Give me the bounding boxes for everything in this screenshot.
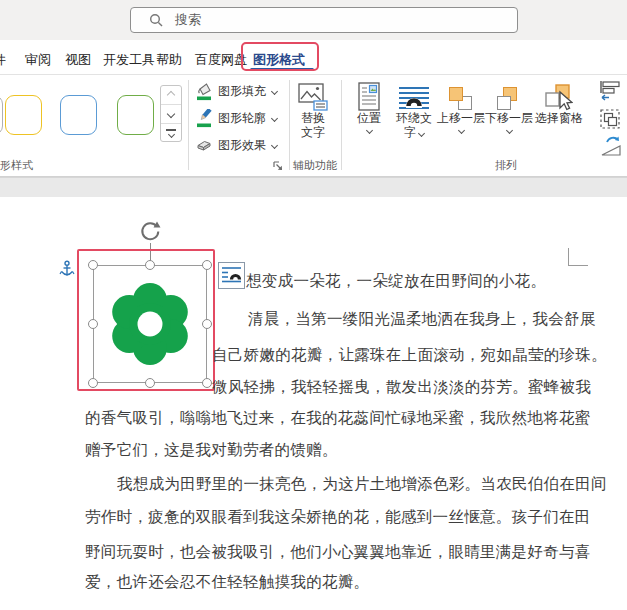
- pencil-icon: [196, 109, 212, 128]
- group-separator: [289, 80, 290, 170]
- search-placeholder: 搜索: [175, 11, 201, 29]
- align-objects-button[interactable]: [599, 80, 627, 102]
- alt-text-label-line2: 文字: [301, 125, 325, 139]
- search-input[interactable]: 搜索: [130, 7, 518, 33]
- shape-style-preview-yellow[interactable]: [5, 95, 42, 135]
- gallery-more-button[interactable]: [161, 123, 181, 142]
- shape-style-preview-blue[interactable]: [60, 95, 97, 135]
- text-line[interactable]: 爱，也许还会忍不住轻轻触摸我的花瓣。: [85, 572, 369, 593]
- chevron-down-icon: [167, 131, 174, 138]
- text-line[interactable]: 的香气吸引，嗡嗡地飞过来，在我的花蕊间忙碌地采蜜，我欣然地将花蜜: [85, 408, 591, 429]
- paint-bucket-icon: [196, 82, 212, 101]
- chevron-down-icon: [271, 141, 278, 148]
- dialog-launcher-icon[interactable]: [272, 160, 284, 172]
- group-separator: [341, 80, 342, 170]
- annotation-box-tab: [241, 42, 319, 71]
- bring-forward-label: 上移一层: [437, 111, 485, 125]
- alt-text-icon: [298, 83, 328, 111]
- position-icon: [358, 82, 380, 111]
- text-line[interactable]: 清晨，当第一缕阳光温柔地洒在我身上，我会舒展: [248, 309, 596, 330]
- shape-fill-label: 图形填充: [218, 83, 266, 100]
- text-line[interactable]: 想变成一朵花，一朵绽放在田野间的小花。: [246, 271, 546, 292]
- chevron-down-icon: [457, 127, 464, 134]
- chevron-down-icon: [167, 110, 175, 118]
- chevron-up-icon: [167, 91, 175, 99]
- send-backward-label: 下移一层: [485, 111, 533, 125]
- selection-pane-icon: [545, 84, 573, 111]
- chevron-down-icon: [418, 130, 425, 137]
- send-backward-button[interactable]: 下移一层: [485, 79, 533, 133]
- group-label-accessibility: 辅助功能: [290, 158, 340, 173]
- chevron-down-icon: [505, 127, 512, 134]
- flower-shape[interactable]: [107, 281, 193, 367]
- anchor-icon: [59, 260, 75, 279]
- gallery-scroll-up-button[interactable]: [161, 86, 181, 104]
- bring-forward-icon: [449, 87, 473, 111]
- group-objects-button[interactable]: [599, 108, 625, 130]
- layout-options-icon: [221, 265, 242, 286]
- shape-style-preview-partial[interactable]: [0, 95, 3, 135]
- document-page[interactable]: 想变成一朵花，一朵绽放在田野间的小花。 清晨，当第一缕阳光温柔地洒在我身上，我会…: [0, 197, 627, 610]
- handle-top-center[interactable]: [145, 260, 155, 270]
- position-button[interactable]: 位置: [348, 79, 390, 133]
- handle-top-right[interactable]: [202, 260, 212, 270]
- shape-effects-label: 图形效果: [218, 137, 266, 154]
- alt-text-button[interactable]: 替换 文字: [292, 79, 334, 139]
- wrap-text-label-line1: 环绕文: [396, 111, 432, 125]
- style-gallery-scroll: [160, 85, 182, 142]
- search-icon: [149, 13, 163, 27]
- text-line[interactable]: 野间玩耍时，也会被我吸引，他们小心翼翼地靠近，眼睛里满是好奇与喜: [85, 542, 591, 563]
- selection-pane-label: 选择窗格: [535, 111, 583, 125]
- tab-baidu-netdisk[interactable]: 百度网盘: [195, 51, 247, 69]
- handle-middle-left[interactable]: [88, 319, 98, 329]
- rotate-handle[interactable]: [139, 220, 162, 243]
- position-label: 位置: [357, 111, 381, 125]
- rotate-objects-button[interactable]: [599, 136, 625, 157]
- chevron-down-icon: [271, 87, 278, 94]
- tab-developer[interactable]: 开发工具: [103, 51, 155, 69]
- send-backward-icon: [497, 87, 521, 111]
- group-label-arrange: 排列: [495, 158, 517, 173]
- bring-forward-button[interactable]: 上移一层: [437, 79, 485, 133]
- handle-bottom-left[interactable]: [88, 378, 98, 388]
- tab-review[interactable]: 审阅: [25, 51, 51, 69]
- shape-fill-button[interactable]: 图形填充: [196, 80, 277, 102]
- text-line[interactable]: 自己娇嫩的花瓣，让露珠在上面滚动，宛如晶莹的珍珠。: [212, 345, 607, 366]
- group-separator: [188, 80, 189, 170]
- title-bar: 搜索: [0, 0, 627, 40]
- ribbon-document-gap: [0, 177, 627, 197]
- wrap-text-label-line2: 字: [404, 125, 424, 139]
- handle-bottom-right[interactable]: [202, 378, 212, 388]
- ribbon: 图形填充 图形轮廓 图形效果 形样式: [0, 75, 627, 177]
- handle-bottom-center[interactable]: [145, 378, 155, 388]
- handle-top-left[interactable]: [88, 260, 98, 270]
- chevron-down-icon: [365, 127, 372, 134]
- tab-help[interactable]: 帮助: [156, 51, 182, 69]
- group-label-shape-styles: 形样式: [0, 158, 33, 173]
- ribbon-tab-bar: 件 审阅 视图 开发工具 帮助 百度网盘 图形格式: [0, 40, 627, 75]
- margin-corner-mark: [568, 248, 588, 266]
- alt-text-label-line1: 替换: [301, 111, 325, 125]
- shape-effects-button[interactable]: 图形效果: [196, 134, 277, 156]
- tab-view[interactable]: 视图: [65, 51, 91, 69]
- chevron-down-icon: [271, 114, 278, 121]
- text-line[interactable]: 劳作时，疲惫的双眼看到我这朵娇艳的花，能感到一丝惬意。孩子们在田: [85, 507, 591, 528]
- text-line[interactable]: 我想成为田野里的一抹亮色，为这片土地增添色彩。当农民伯伯在田间: [117, 474, 607, 495]
- text-line[interactable]: 微风轻拂，我轻轻摇曳，散发出淡淡的芬芳。蜜蜂被我: [212, 377, 591, 398]
- handle-middle-right[interactable]: [202, 319, 212, 329]
- word-window: { "colors": { "flower_green": "#15a24b",…: [0, 0, 627, 610]
- wrap-text-icon: [399, 85, 429, 111]
- tab-file-partial[interactable]: 件: [0, 51, 6, 69]
- shape-style-preview-green[interactable]: [117, 95, 154, 135]
- text-line[interactable]: 赠予它们，这是我对勤劳者的馈赠。: [85, 440, 338, 461]
- shape-effects-icon: [196, 137, 212, 153]
- shape-outline-label: 图形轮廓: [218, 110, 266, 127]
- layout-options-button[interactable]: [218, 262, 245, 289]
- shape-outline-button[interactable]: 图形轮廓: [196, 107, 277, 129]
- selection-pane-button[interactable]: 选择窗格: [533, 79, 585, 125]
- gallery-scroll-down-button[interactable]: [161, 104, 181, 123]
- wrap-text-button[interactable]: 环绕文 字: [391, 79, 437, 139]
